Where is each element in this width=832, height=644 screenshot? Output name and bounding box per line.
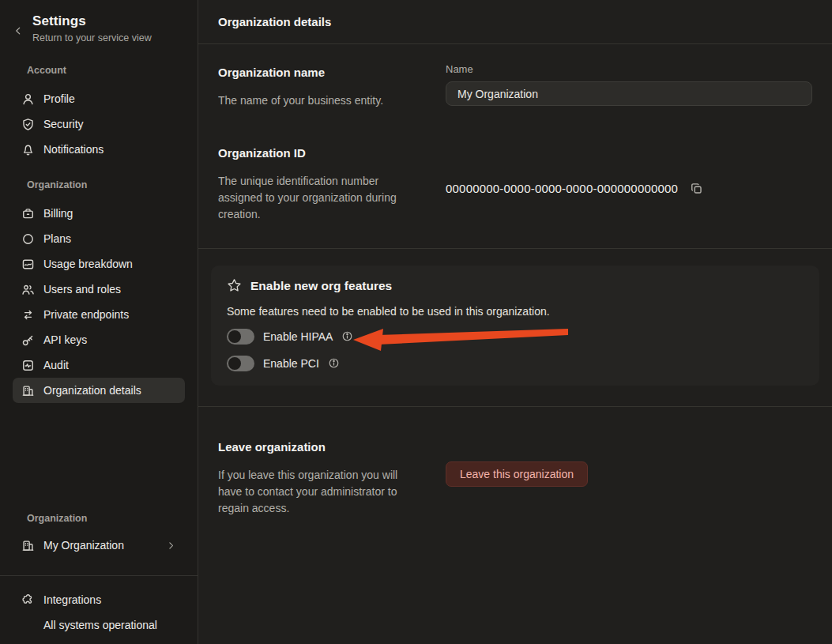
- sidebar-item-label: Billing: [43, 207, 73, 220]
- audit-log-icon: [21, 359, 35, 372]
- sidebar-item-label: Private endpoints: [43, 308, 129, 321]
- section-label-organization: Organization: [0, 179, 198, 190]
- sidebar-item-label: Notifications: [43, 143, 104, 156]
- org-id-heading: Organization ID: [218, 146, 427, 160]
- pci-toggle-label: Enable PCI: [263, 357, 319, 370]
- sidebar-item-private-endpoints[interactable]: Private endpoints: [13, 302, 185, 327]
- org-id-section: Organization ID The unique identificatio…: [218, 146, 812, 223]
- swap-arrows-icon: [21, 308, 35, 322]
- users-icon: [21, 283, 35, 296]
- org-name-description: The name of your business entity.: [218, 92, 427, 109]
- org-switcher-name: My Organization: [43, 539, 124, 552]
- leave-organization-button[interactable]: Leave this organization: [446, 461, 588, 487]
- sidebar-item-label: Plans: [43, 232, 71, 245]
- copy-icon: [690, 182, 703, 195]
- sidebar-item-users-and-roles[interactable]: Users and roles: [13, 277, 185, 302]
- org-id-value: 00000000-0000-0000-0000-000000000000: [446, 182, 678, 195]
- page-title: Organization details: [218, 15, 331, 28]
- system-status-link[interactable]: All systems operational: [13, 612, 185, 638]
- section-divider: [198, 406, 832, 407]
- info-icon[interactable]: [328, 357, 340, 369]
- sidebar-title: Settings: [32, 13, 152, 29]
- name-field-label: Name: [446, 63, 812, 75]
- sidebar-item-billing[interactable]: Billing: [13, 201, 185, 226]
- sidebar-item-label: Usage breakdown: [43, 258, 133, 270]
- star-icon: [227, 278, 242, 293]
- system-status-label: All systems operational: [43, 619, 157, 631]
- sidebar-header: Settings Return to your service view: [0, 0, 198, 43]
- user-icon: [21, 92, 35, 106]
- hipaa-toggle-label: Enable HIPAA: [263, 330, 333, 343]
- features-card-description: Some features need to be enabled to be u…: [227, 305, 804, 318]
- page-content: Organization name The name of your busin…: [198, 44, 832, 644]
- key-icon: [21, 333, 35, 347]
- sidebar-item-usage-breakdown[interactable]: Usage breakdown: [13, 251, 185, 277]
- sidebar-item-notifications[interactable]: Notifications: [13, 137, 185, 162]
- org-name-section: Organization name The name of your busin…: [218, 44, 812, 109]
- toggle-knob: [228, 330, 241, 343]
- sidebar-item-audit[interactable]: Audit: [13, 352, 185, 378]
- section-divider: [198, 248, 832, 249]
- settings-sidebar: Settings Return to your service view Acc…: [0, 0, 198, 644]
- usage-chart-icon: [21, 258, 35, 271]
- sidebar-item-label: Audit: [43, 359, 69, 371]
- sidebar-item-label: Organization details: [43, 384, 141, 397]
- leave-organization-section: Leave organization If you leave this org…: [218, 440, 812, 517]
- leave-org-description: If you leave this organization you will …: [218, 467, 416, 517]
- section-label-org-switcher: Organization: [0, 513, 198, 524]
- sidebar-item-organization-details[interactable]: Organization details: [13, 378, 185, 403]
- section-label-account: Account: [0, 65, 198, 76]
- sidebar-item-label: API keys: [43, 333, 87, 346]
- sidebar-item-label: Profile: [43, 92, 75, 105]
- shield-check-icon: [21, 118, 35, 131]
- org-name-input[interactable]: [446, 81, 812, 106]
- pci-toggle-row: Enable PCI: [227, 355, 804, 371]
- sidebar-item-label: Security: [43, 118, 84, 130]
- bell-icon: [21, 143, 35, 156]
- org-id-description: The unique identification number assigne…: [218, 173, 417, 223]
- sidebar-item-security[interactable]: Security: [13, 111, 185, 137]
- sidebar-item-api-keys[interactable]: API keys: [13, 327, 185, 352]
- sidebar-subtitle: Return to your service view: [32, 32, 152, 43]
- sidebar-item-profile[interactable]: Profile: [13, 86, 185, 111]
- enable-hipaa-toggle[interactable]: [227, 329, 254, 345]
- main-panel: Organization details Organization name T…: [198, 0, 832, 644]
- sidebar-item-plans[interactable]: Plans: [13, 226, 185, 251]
- enable-pci-toggle[interactable]: [227, 356, 254, 371]
- page-header: Organization details: [198, 0, 832, 44]
- chevron-left-icon: [13, 25, 24, 36]
- annotation-arrow: [352, 326, 568, 352]
- integrations-label: Integrations: [43, 593, 101, 606]
- new-org-features-card: Enable new org features Some features ne…: [211, 266, 819, 386]
- org-name-heading: Organization name: [218, 66, 427, 79]
- toggle-knob: [228, 357, 241, 370]
- integrations-link[interactable]: Integrations: [13, 587, 185, 612]
- sidebar-item-label: Users and roles: [43, 283, 121, 296]
- chevron-right-icon: [166, 540, 176, 551]
- wallet-icon: [21, 207, 35, 220]
- copy-org-id-button[interactable]: [688, 180, 705, 197]
- building-icon: [21, 539, 35, 552]
- back-button[interactable]: [11, 17, 25, 43]
- circle-icon: [21, 232, 35, 246]
- building-icon: [21, 384, 35, 397]
- puzzle-icon: [21, 593, 35, 607]
- features-card-heading: Enable new org features: [250, 279, 392, 293]
- leave-org-heading: Leave organization: [218, 440, 427, 454]
- org-switcher-item[interactable]: My Organization: [13, 533, 185, 558]
